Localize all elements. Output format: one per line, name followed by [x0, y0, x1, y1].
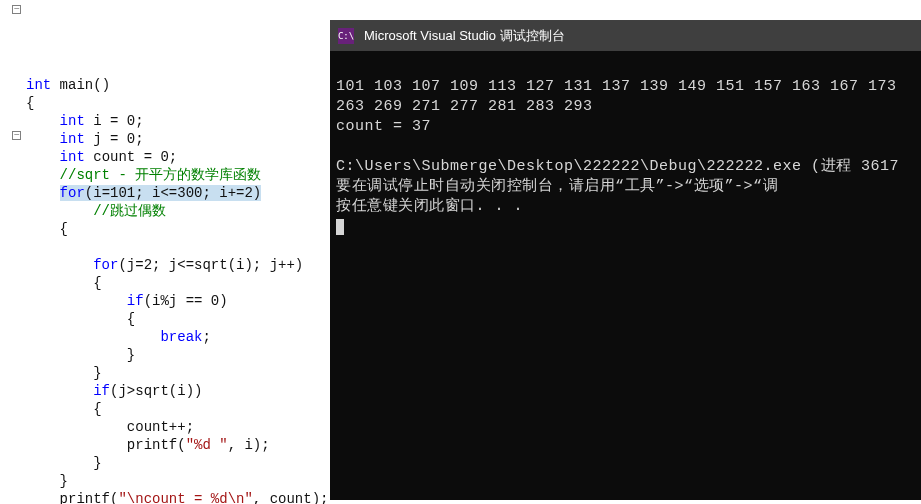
brace: {: [60, 221, 68, 237]
kw-for: for: [93, 257, 118, 273]
brace: {: [93, 401, 101, 417]
brace: {: [93, 275, 101, 291]
brace: }: [127, 347, 135, 363]
for-head: (i=101; i<=300; i+=2): [85, 185, 261, 201]
str-lit: "%d ": [186, 437, 228, 453]
kw-if: if: [93, 383, 110, 399]
console-title: Microsoft Visual Studio 调试控制台: [364, 27, 565, 45]
out-line: 263 269 271 277 281 283 293: [336, 98, 593, 115]
console-output: 101 103 107 109 113 127 131 137 139 149 …: [330, 51, 921, 263]
str-lit: "\ncount = %d\n": [118, 491, 252, 504]
brace: }: [93, 455, 101, 471]
decl-count: count = 0;: [85, 149, 177, 165]
kw-int: int: [60, 149, 85, 165]
if-head: (i%j == 0): [144, 293, 228, 309]
printf-rest: , i);: [228, 437, 270, 453]
folding-gutter: [0, 0, 18, 504]
kw-int: int: [26, 77, 51, 93]
debug-console-window[interactable]: C:\ Microsoft Visual Studio 调试控制台 101 10…: [330, 20, 921, 500]
fn-main: main(): [51, 77, 110, 93]
brace: }: [93, 365, 101, 381]
if2-head: (j>sqrt(i)): [110, 383, 202, 399]
out-line: count = 37: [336, 118, 431, 135]
for2-head: (j=2; j<=sqrt(i); j++): [118, 257, 303, 273]
kw-if: if: [127, 293, 144, 309]
code-content: int main() { int i = 0; int j = 0; int c…: [26, 58, 330, 504]
kw-int: int: [60, 113, 85, 129]
fold-toggle[interactable]: [12, 131, 21, 140]
semi: ;: [202, 329, 210, 345]
comment-sqrt: //sqrt - 开平方的数学库函数: [60, 167, 262, 183]
console-titlebar[interactable]: C:\ Microsoft Visual Studio 调试控制台: [330, 21, 921, 51]
brace: {: [26, 95, 34, 111]
out-line: 101 103 107 109 113 127 131 137 139 149 …: [336, 78, 897, 95]
out-line: C:\Users\Submerge\Desktop\222222\Debug\2…: [336, 158, 899, 175]
printf-rest: , count);: [253, 491, 329, 504]
brace: }: [60, 473, 68, 489]
fn-printf: printf(: [60, 491, 119, 504]
kw-int: int: [60, 131, 85, 147]
out-line: 按任意键关闭此窗口. . .: [336, 198, 523, 215]
vs-console-icon: C:\: [338, 28, 354, 44]
fold-toggle[interactable]: [12, 5, 21, 14]
kw-break: break: [160, 329, 202, 345]
fn-printf: printf(: [127, 437, 186, 453]
stmt-countpp: count++;: [127, 419, 194, 435]
code-editor-pane[interactable]: int main() { int i = 0; int j = 0; int c…: [0, 0, 330, 504]
kw-for: for: [60, 185, 85, 201]
brace: {: [127, 311, 135, 327]
comment-skip: //跳过偶数: [93, 203, 166, 219]
cursor-block: [336, 219, 344, 235]
decl-i: i = 0;: [85, 113, 144, 129]
out-line: 要在调试停止时自动关闭控制台，请启用“工具”->“选项”->“调: [336, 178, 778, 195]
decl-j: j = 0;: [85, 131, 144, 147]
